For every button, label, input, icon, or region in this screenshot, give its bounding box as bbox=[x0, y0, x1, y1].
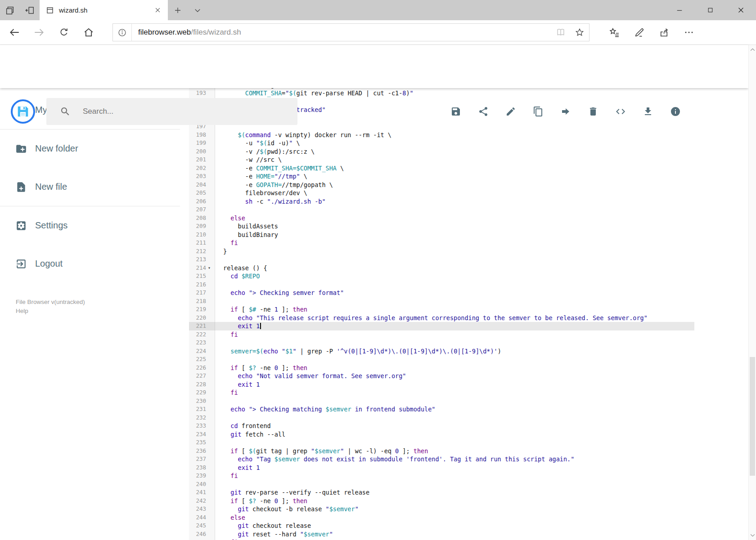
code-line[interactable]: 240 bbox=[189, 480, 694, 489]
minimize-button[interactable] bbox=[664, 0, 695, 20]
code-line[interactable]: 247 fi bbox=[189, 538, 694, 540]
info-button[interactable] bbox=[670, 106, 681, 117]
code-editor[interactable]: 192 if [ -d .git ]; then193 COMMIT_SHA="… bbox=[189, 88, 694, 540]
url-text[interactable]: filebrowser.web/files/wizard.sh bbox=[138, 28, 551, 37]
save-button[interactable] bbox=[450, 106, 461, 117]
code-line[interactable]: 212} bbox=[189, 247, 694, 256]
code-line[interactable]: 231 echo "> Checking matching $semver in… bbox=[189, 405, 694, 414]
code-line[interactable]: 243 git checkout -b release "$semver" bbox=[189, 505, 694, 513]
delete-button[interactable] bbox=[588, 106, 598, 117]
home-button[interactable] bbox=[76, 22, 101, 43]
code-line[interactable]: 232 bbox=[189, 414, 694, 422]
code-line[interactable]: 220 echo "This release script requires a… bbox=[189, 314, 694, 322]
code-line[interactable]: 206 sh -c "./wizard.sh -b" bbox=[189, 197, 694, 206]
browser-tab[interactable]: wizard.sh bbox=[40, 0, 168, 20]
code-line[interactable]: 239 fi bbox=[189, 472, 694, 480]
move-button[interactable] bbox=[560, 106, 571, 117]
code-line[interactable]: 230 bbox=[189, 397, 694, 406]
site-info-button[interactable] bbox=[113, 24, 132, 41]
tab-list-button[interactable] bbox=[188, 0, 207, 20]
tab-preview-button[interactable] bbox=[0, 0, 20, 20]
code-line[interactable]: 210 buildBinary bbox=[189, 231, 694, 239]
set-tabs-aside-button[interactable] bbox=[20, 0, 40, 20]
code-line[interactable]: 202 -e COMMIT_SHA=$COMMIT_SHA \ bbox=[189, 164, 694, 173]
code-line[interactable]: 204 -e GOPATH=//tmp/gopath \ bbox=[189, 181, 694, 189]
tab-close-icon[interactable] bbox=[152, 4, 163, 16]
code-line[interactable]: 198 $(command -v winpty) docker run --rm… bbox=[189, 131, 694, 139]
code-line[interactable]: 226 if [ $? -ne 0 ]; then bbox=[189, 364, 694, 372]
code-line[interactable]: 209 buildAssets bbox=[189, 222, 694, 231]
app-logo[interactable] bbox=[11, 99, 35, 124]
code-line[interactable]: 237 echo "Tag $semver does not exist in … bbox=[189, 455, 694, 464]
scroll-down-icon[interactable] bbox=[749, 534, 756, 537]
sidebar-item-new-folder[interactable]: New folder bbox=[0, 129, 180, 168]
code-line[interactable]: 236 if [ $(git tag | grep "$semver" | wc… bbox=[189, 447, 694, 455]
code-line[interactable]: 218 bbox=[189, 297, 694, 306]
code-line[interactable]: 215 cd $REPO bbox=[189, 272, 694, 281]
code-line[interactable]: 242 if [ $? -ne 0 ]; then bbox=[189, 497, 694, 505]
code-line[interactable]: 229 fi bbox=[189, 388, 694, 397]
sidebar-item-new-file[interactable]: New file bbox=[0, 168, 180, 206]
vertical-scrollbar[interactable] bbox=[748, 45, 756, 540]
code-line[interactable]: 227 echo "Not valid semver format. See s… bbox=[189, 372, 694, 380]
search-bar[interactable] bbox=[46, 98, 297, 125]
chevron-down-icon bbox=[194, 6, 202, 14]
search-input[interactable] bbox=[83, 107, 272, 116]
download-button[interactable] bbox=[643, 106, 653, 117]
code-line[interactable]: 200 -v /$(pwd):/src:z \ bbox=[189, 147, 694, 156]
code-line[interactable]: 211 fi bbox=[189, 239, 694, 247]
code-line[interactable]: 199 -u "$(id -u)" \ bbox=[189, 139, 694, 147]
code-line[interactable]: 216 bbox=[189, 281, 694, 289]
forward-button[interactable] bbox=[27, 22, 51, 43]
code-line[interactable]: 228 exit 1 bbox=[189, 380, 694, 389]
code-button[interactable] bbox=[615, 106, 626, 117]
ink-button[interactable] bbox=[627, 22, 652, 43]
maximize-button[interactable] bbox=[695, 0, 725, 20]
code-line[interactable]: 245 git checkout release bbox=[189, 522, 694, 530]
code-line[interactable]: 214▾release () { bbox=[189, 264, 694, 272]
code-line[interactable]: 205 filebrowser/dev \ bbox=[189, 189, 694, 197]
code-line[interactable]: 193 COMMIT_SHA="$(git rev-parse HEAD | c… bbox=[189, 89, 694, 98]
back-button[interactable] bbox=[2, 22, 27, 43]
code-line[interactable]: 201 -w //src \ bbox=[189, 156, 694, 164]
code-line[interactable]: 222 fi bbox=[189, 330, 694, 339]
code-line[interactable]: 203 -e HOME="//tmp" \ bbox=[189, 172, 694, 181]
fold-arrow-icon[interactable]: ▾ bbox=[208, 265, 211, 270]
code-line[interactable]: 225 bbox=[189, 355, 694, 364]
favorite-button[interactable] bbox=[570, 27, 589, 37]
code-line[interactable]: 234 git fetch --all bbox=[189, 430, 694, 439]
code-line[interactable]: 246 git reset --hard "$semver" bbox=[189, 530, 694, 539]
sidebar-item-settings[interactable]: Settings bbox=[0, 206, 180, 245]
code-line[interactable]: 207 bbox=[189, 205, 694, 214]
code-line[interactable]: 241 git rev-parse --verify --quiet relea… bbox=[189, 488, 694, 497]
code-line[interactable]: 221 exit 1 bbox=[189, 322, 694, 330]
code-line[interactable]: 223 bbox=[189, 339, 694, 347]
refresh-button[interactable] bbox=[51, 22, 76, 43]
code-line[interactable]: 244 else bbox=[189, 513, 694, 522]
close-button[interactable] bbox=[725, 0, 756, 20]
code-line[interactable]: 217 echo "> Checking semver format" bbox=[189, 289, 694, 297]
help-link[interactable]: Help bbox=[16, 307, 85, 316]
share-page-button[interactable] bbox=[652, 22, 676, 43]
code-line[interactable]: 213 bbox=[189, 255, 694, 264]
settings-more-button[interactable] bbox=[676, 22, 701, 43]
code-line[interactable]: 219 if [ $# -ne 1 ]; then bbox=[189, 305, 694, 314]
sidebar-item-label: Logout bbox=[35, 259, 63, 269]
code-line[interactable]: 233 cd frontend bbox=[189, 422, 694, 430]
edit-button[interactable] bbox=[505, 106, 516, 117]
share-button[interactable] bbox=[478, 106, 489, 117]
address-bar[interactable]: filebrowser.web/files/wizard.sh bbox=[112, 23, 590, 41]
new-tab-button[interactable] bbox=[168, 0, 188, 20]
code-line[interactable]: 235 bbox=[189, 438, 694, 447]
code-line[interactable]: 224 semver=$(echo "$1" | grep -P '^v(0|[… bbox=[189, 347, 694, 356]
file-toolbar bbox=[450, 106, 681, 117]
delete-icon bbox=[588, 106, 598, 117]
copy-button[interactable] bbox=[533, 106, 544, 117]
sidebar-item-logout[interactable]: Logout bbox=[0, 245, 180, 283]
scrollbar-thumb[interactable] bbox=[750, 357, 755, 476]
code-line[interactable]: 208 else bbox=[189, 214, 694, 223]
code-line[interactable]: 238 exit 1 bbox=[189, 464, 694, 472]
reading-view-button[interactable] bbox=[551, 27, 570, 37]
hub-button[interactable] bbox=[602, 22, 627, 43]
scroll-up-icon[interactable] bbox=[749, 48, 756, 51]
